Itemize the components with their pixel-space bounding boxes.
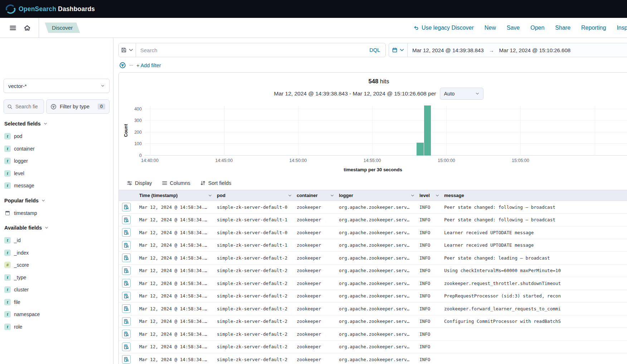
chevron-down-icon[interactable] bbox=[208, 193, 212, 198]
search-input[interactable] bbox=[136, 43, 364, 57]
cell-logger: org.apache.zookeeper.serv… bbox=[336, 252, 417, 265]
y-gridline bbox=[145, 132, 627, 132]
expand-document-button[interactable] bbox=[122, 292, 131, 300]
expand-document-button[interactable] bbox=[122, 304, 131, 313]
query-language-button[interactable]: DQL bbox=[364, 43, 385, 57]
expand-document-button[interactable] bbox=[122, 228, 131, 237]
expand-document-button[interactable] bbox=[122, 317, 131, 326]
field-item[interactable]: t _id bbox=[4, 234, 110, 247]
cell-pod: simple-zk-server-default-1 bbox=[214, 213, 294, 226]
menu-button[interactable] bbox=[6, 21, 20, 35]
columns-button[interactable]: Columns bbox=[162, 180, 190, 186]
date-quick-select-button[interactable] bbox=[389, 43, 408, 57]
column-header[interactable]: Time (timestamp) bbox=[136, 190, 214, 201]
field-item[interactable]: t level bbox=[4, 167, 110, 180]
cell-time: Mar 12, 2024 @ 14:58:34.… bbox=[136, 201, 214, 214]
brand-dashboards: Dashboards bbox=[58, 5, 95, 13]
home-button[interactable] bbox=[20, 21, 34, 35]
cell-pod: simple-zk-server-default-2 bbox=[214, 328, 294, 341]
field-search-input[interactable] bbox=[15, 103, 38, 110]
field-item[interactable]: timestamp bbox=[4, 207, 110, 220]
x-tick-label: 15:00:00 bbox=[438, 158, 455, 163]
field-item[interactable]: t _index bbox=[4, 247, 110, 259]
display-button[interactable]: Display bbox=[127, 180, 152, 186]
cell-time: Mar 12, 2024 @ 14:58:34.… bbox=[136, 264, 214, 277]
sort-fields-button[interactable]: Sort fields bbox=[200, 180, 231, 186]
field-item[interactable]: t message bbox=[4, 179, 110, 192]
inspect-icon bbox=[124, 357, 129, 362]
chevron-down-icon[interactable] bbox=[330, 193, 334, 198]
chevron-down-icon[interactable] bbox=[410, 193, 415, 198]
field-item[interactable]: t pod bbox=[4, 130, 110, 143]
expand-document-button[interactable] bbox=[122, 241, 131, 250]
field-name: role bbox=[14, 324, 22, 330]
table-body: Mar 12, 2024 @ 14:58:34.… simple-zk-serv… bbox=[119, 201, 627, 364]
date-range-end[interactable]: Mar 12, 2024 @ 15:10:26.608 bbox=[499, 47, 571, 53]
nav-action-link[interactable]: Inspect bbox=[617, 25, 627, 31]
column-header[interactable]: message bbox=[441, 190, 627, 201]
nav-action-link[interactable]: Save bbox=[507, 25, 520, 31]
cell-level: INFO bbox=[417, 315, 441, 328]
field-item[interactable]: t role bbox=[4, 321, 110, 333]
table-row: Mar 12, 2024 @ 14:58:34.… simple-zk-serv… bbox=[119, 328, 627, 341]
nav-action-link[interactable]: Share bbox=[555, 25, 570, 31]
inspect-icon bbox=[124, 230, 129, 235]
filter-divider bbox=[129, 65, 133, 65]
expand-document-button[interactable] bbox=[122, 216, 131, 224]
column-header[interactable]: pod bbox=[214, 190, 294, 201]
column-header[interactable]: level bbox=[417, 190, 441, 201]
filter-circle-icon[interactable] bbox=[119, 62, 126, 69]
expand-document-button[interactable] bbox=[122, 279, 131, 287]
cell-pod: simple-zk-server-default-2 bbox=[214, 302, 294, 315]
selected-fields-heading[interactable]: Selected fields bbox=[4, 121, 110, 127]
histogram-bar[interactable] bbox=[424, 105, 431, 156]
field-item[interactable]: t container bbox=[4, 143, 110, 155]
popular-fields-heading[interactable]: Popular fields bbox=[4, 198, 110, 203]
field-name: _score bbox=[14, 262, 29, 268]
expand-document-button[interactable] bbox=[122, 330, 131, 338]
y-tick-label: 100 bbox=[134, 141, 142, 146]
expand-document-button[interactable] bbox=[122, 343, 131, 351]
chevron-down-icon[interactable] bbox=[435, 193, 439, 198]
saved-query-button[interactable] bbox=[119, 43, 136, 57]
chevron-down-icon[interactable] bbox=[288, 193, 292, 198]
use-legacy-discover-link[interactable]: Use legacy Discover bbox=[413, 25, 474, 31]
date-range-start[interactable]: Mar 12, 2024 @ 14:39:38.843 bbox=[412, 47, 484, 53]
histogram-bar[interactable] bbox=[417, 143, 423, 156]
column-header[interactable]: logger bbox=[336, 190, 417, 201]
field-item[interactable]: t file bbox=[4, 296, 110, 309]
available-fields-list: t _id t _index # _score t bbox=[4, 234, 110, 333]
y-tick-label: 200 bbox=[134, 130, 142, 135]
field-name: namespace bbox=[14, 311, 40, 317]
filter-by-type-button[interactable]: Filter by type 0 bbox=[46, 99, 110, 114]
field-type-icon: # bbox=[4, 262, 11, 268]
nav-action-link[interactable]: Open bbox=[530, 25, 544, 31]
expand-document-button[interactable] bbox=[122, 355, 131, 364]
field-item[interactable]: t logger bbox=[4, 155, 110, 167]
index-pattern-select[interactable]: vector-* bbox=[4, 79, 110, 93]
field-item[interactable]: t _type bbox=[4, 271, 110, 284]
nav-action-link[interactable]: New bbox=[485, 25, 496, 31]
breadcrumb[interactable]: Discover bbox=[45, 23, 80, 33]
nav-action-link[interactable]: Reporting bbox=[581, 25, 606, 31]
interval-select[interactable]: Auto bbox=[440, 88, 483, 100]
cell-level: INFO bbox=[417, 277, 441, 290]
opensearch-logo-icon bbox=[6, 4, 15, 14]
cell-container: zookeeper bbox=[294, 302, 336, 315]
field-item[interactable]: t namespace bbox=[4, 308, 110, 321]
field-item[interactable]: t cluster bbox=[4, 284, 110, 296]
expand-document-button[interactable] bbox=[122, 266, 131, 275]
cell-level: INFO bbox=[417, 353, 441, 364]
expand-document-button[interactable] bbox=[122, 203, 131, 211]
expand-document-button[interactable] bbox=[122, 254, 131, 262]
column-header[interactable]: container bbox=[294, 190, 336, 201]
x-gridline bbox=[298, 105, 298, 156]
x-gridline bbox=[446, 105, 447, 156]
available-fields-heading[interactable]: Available fields bbox=[4, 225, 110, 231]
add-filter-link[interactable]: + Add filter bbox=[136, 63, 161, 68]
inspect-icon bbox=[124, 255, 129, 260]
field-name: logger bbox=[14, 158, 28, 164]
field-item[interactable]: # _score bbox=[4, 259, 110, 271]
date-picker: Mar 12, 2024 @ 14:39:38.843 → Mar 12, 20… bbox=[389, 43, 627, 57]
hits-label: hits bbox=[380, 78, 389, 84]
